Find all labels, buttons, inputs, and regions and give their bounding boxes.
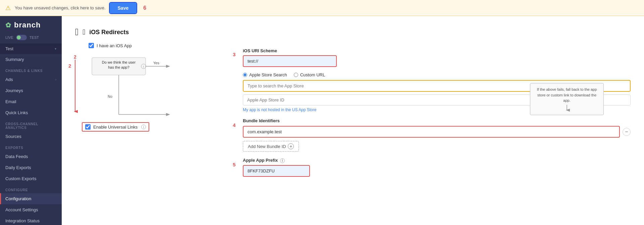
- apple-prefix-input[interactable]: [243, 165, 310, 177]
- svg-text:i: i: [143, 65, 144, 68]
- layout: ✿ branch LIVE TEST Test ▾ Summary CHANNE…: [0, 16, 644, 225]
- flow-diagram-area: Do we think the user has the app? i Yes …: [82, 54, 216, 129]
- step-2-arrow-svg: [72, 60, 78, 113]
- sidebar-item-quick-links[interactable]: Quick Links: [0, 107, 62, 118]
- apple-prefix-info-icon[interactable]: i: [280, 158, 285, 163]
- sidebar-item-integration-status[interactable]: Integration Status: [0, 215, 62, 225]
- toggle-knob: [17, 35, 21, 40]
- section-title: iOS Redirects: [89, 29, 129, 36]
- test-label: TEST: [30, 35, 39, 40]
- left-column: 2 I have an iOS App Do we think the user…: [75, 43, 216, 177]
- sidebar-env-toggle[interactable]: LIVE TEST: [0, 33, 62, 44]
- flow-diagram-svg: Do we think the user has the app? i Yes …: [82, 54, 203, 128]
- right-column: If the above fails, fall back to the app…: [216, 43, 631, 177]
- app-dropdown[interactable]: Test ▾: [0, 44, 62, 54]
- bundle-id-row: −: [243, 126, 631, 138]
- apple-icon: : [75, 27, 78, 38]
- content-body: 2 I have an iOS App Do we think the user…: [75, 43, 631, 177]
- sidebar-item-sources[interactable]: Sources: [0, 131, 62, 142]
- sidebar-item-custom-exports[interactable]: Custom Exports: [0, 173, 62, 184]
- sidebar-logo-text: branch: [14, 21, 41, 29]
- bundle-id-input[interactable]: [243, 126, 620, 138]
- ios-redirects-header:   iOS Redirects: [75, 27, 631, 38]
- apple-app-prefix-section: 5 Apple App Prefix i: [243, 158, 631, 177]
- save-button[interactable]: Save: [110, 3, 137, 13]
- ios-uri-scheme-input[interactable]: [243, 55, 337, 67]
- remove-bundle-button[interactable]: −: [623, 128, 631, 136]
- step-4-annotation: 4: [233, 122, 235, 128]
- sidebar-logo: ✿ branch: [0, 16, 62, 33]
- sidebar-section-exports: EXPORTS: [0, 142, 62, 151]
- top-bar: ⚠ You have unsaved changes, click here t…: [0, 0, 644, 16]
- sidebar-item-journeys[interactable]: Journeys: [0, 85, 62, 96]
- add-circle-icon: +: [288, 143, 294, 149]
- add-bundle-label: Add New Bundle ID: [248, 144, 286, 149]
- sidebar-item-configuration[interactable]: Configuration: [0, 193, 62, 204]
- add-bundle-button[interactable]: Add New Bundle ID +: [243, 141, 299, 152]
- step-5-annotation: 5: [233, 162, 235, 167]
- custom-url-option[interactable]: Custom URL: [294, 72, 325, 77]
- step-6-badge: 6: [143, 5, 146, 11]
- sidebar-item-data-feeds[interactable]: Data Feeds: [0, 151, 62, 162]
- ios-uri-scheme-section: 3 iOS URI Scheme: [243, 48, 631, 67]
- warning-icon: ⚠: [5, 4, 11, 12]
- store-radio-group: Apple Store Search Custom URL: [243, 72, 631, 77]
- live-label: LIVE: [5, 35, 13, 40]
- not-hosted-link[interactable]: My app is not hosted in the US App Store: [243, 107, 316, 112]
- svg-text:Yes: Yes: [153, 61, 159, 65]
- has-ios-app-row: I have an iOS App: [89, 43, 216, 48]
- unsaved-changes-text: You have unsaved changes, click here to …: [15, 5, 106, 10]
- svg-text:Do we think the user: Do we think the user: [102, 60, 136, 64]
- svg-text:No: No: [108, 94, 112, 98]
- apple-app-prefix-label: Apple App Prefix i: [243, 158, 631, 163]
- step-2-annotation: 2: [68, 63, 71, 69]
- apple-store-search-option[interactable]: Apple Store Search: [243, 72, 287, 77]
- app-dropdown-label: Test: [5, 46, 13, 51]
- bundle-identifiers-section: 4 Bundle Identifiers − Add New Bundle ID…: [243, 118, 631, 152]
- main-content:   iOS Redirects 2 I have an iOS App: [62, 16, 644, 225]
- sidebar-section-analytics: CROSS-CHANNEL ANALYTICS: [0, 118, 62, 131]
- svg-text:has the app?: has the app?: [108, 65, 129, 69]
- sidebar-section-configure: CONFIGURE: [0, 184, 62, 193]
- sidebar-item-summary[interactable]: Summary: [0, 54, 62, 65]
- step-3-annotation: 3: [233, 52, 235, 57]
- toggle-switch[interactable]: [16, 35, 27, 40]
- chevron-down-icon: ▾: [55, 47, 56, 51]
- sidebar: ✿ branch LIVE TEST Test ▾ Summary CHANNE…: [0, 16, 62, 225]
- fallback-tooltip: If the above fails, fall back to the app…: [530, 83, 604, 115]
- sidebar-item-ads[interactable]: Ads ›: [0, 74, 62, 85]
- custom-url-radio[interactable]: [294, 73, 298, 77]
- chevron-right-icon: ›: [55, 78, 56, 81]
- branch-logo-icon: ✿: [5, 21, 11, 29]
- step-2-arrow: 2: [72, 54, 78, 113]
- sidebar-item-daily-exports[interactable]: Daily Exports: [0, 162, 62, 173]
- fallback-arrow-svg: [563, 105, 571, 111]
- sidebar-item-account-settings[interactable]: Account Settings: [0, 204, 62, 215]
- has-ios-app-label: I have an iOS App: [97, 43, 132, 48]
- bundle-identifiers-label: Bundle Identifiers: [243, 118, 631, 123]
- ios-uri-scheme-label: iOS URI Scheme: [243, 48, 631, 53]
- sidebar-item-email[interactable]: Email: [0, 96, 62, 107]
- apple-store-search-radio[interactable]: [243, 73, 247, 77]
- has-ios-app-checkbox[interactable]: [89, 43, 94, 48]
- sidebar-section-channels: CHANNELS & LINKS: [0, 65, 62, 74]
